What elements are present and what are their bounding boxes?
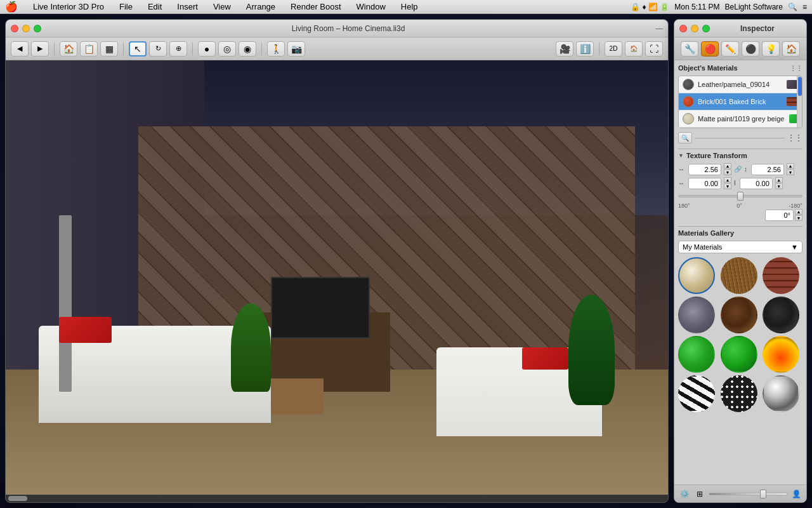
settings-icon-button[interactable]: ⚙️ xyxy=(678,488,691,500)
inspector-title: Inspector xyxy=(714,24,801,33)
menu-window[interactable]: Window xyxy=(354,2,388,11)
section-arrow-texture[interactable]: ▼ xyxy=(678,152,684,159)
offset-y-up[interactable]: ▲ xyxy=(775,177,783,183)
person-icon-button[interactable]: 👤 xyxy=(790,488,802,500)
rotation-slider-thumb[interactable] xyxy=(737,192,743,201)
nav-forward-button[interactable]: ▶ xyxy=(31,41,49,57)
material-ball-stone[interactable] xyxy=(678,297,715,333)
search-icon[interactable]: 🔍 xyxy=(788,3,797,11)
floor-plan-button[interactable]: 🏠 xyxy=(60,41,77,57)
tab-structure[interactable]: 🏠 xyxy=(782,41,800,57)
render-button[interactable]: 🎥 xyxy=(556,41,573,57)
rotation-down[interactable]: ▼ xyxy=(795,215,802,221)
tab-light[interactable]: 💡 xyxy=(762,41,780,57)
view-full-button[interactable]: ⛶ xyxy=(645,41,663,57)
scale-y-down[interactable]: ▼ xyxy=(787,170,794,175)
view-content[interactable] xyxy=(6,60,668,502)
camera-button[interactable]: 📷 xyxy=(287,41,305,57)
window-control-icon[interactable]: — xyxy=(655,24,663,33)
material-ball-brick[interactable] xyxy=(763,257,799,294)
offset-y-stepper[interactable]: ▲ ▼ xyxy=(775,177,783,189)
tab-object[interactable]: 🔧 xyxy=(681,41,698,57)
material-ball-wood1[interactable] xyxy=(721,257,757,294)
offset-y-down[interactable]: ▼ xyxy=(775,184,783,189)
material-ball-spots[interactable] xyxy=(721,375,757,412)
offset-x-input[interactable] xyxy=(688,178,721,189)
hamburger-icon[interactable]: ≡ xyxy=(802,3,807,11)
rotation-slider-container[interactable] xyxy=(678,191,802,201)
red-pillow-1 xyxy=(59,317,112,344)
move-tool-button[interactable]: ⊕ xyxy=(169,41,187,57)
materials-scrollbar[interactable] xyxy=(797,76,802,128)
maximize-button[interactable] xyxy=(34,25,41,32)
view-3d-button[interactable]: 🏠 xyxy=(625,41,643,57)
walk-through-button[interactable]: 🚶 xyxy=(267,41,285,57)
material-ball-cream[interactable] xyxy=(678,257,715,294)
material-ball-fire[interactable] xyxy=(763,336,799,373)
offset-x-up[interactable]: ▲ xyxy=(724,177,731,183)
size-slider-thumb[interactable] xyxy=(760,490,766,498)
scale-x-up[interactable]: ▲ xyxy=(724,163,731,169)
scale-y-stepper[interactable]: ▲ ▼ xyxy=(787,163,794,175)
menu-arrange[interactable]: Arrange xyxy=(244,2,278,11)
menu-view[interactable]: View xyxy=(211,2,233,11)
inspector-maximize-button[interactable] xyxy=(702,25,710,32)
horizontal-scrollbar[interactable] xyxy=(6,495,668,502)
material-ball-dark[interactable] xyxy=(763,297,799,333)
view-2d-button[interactable]: 2D xyxy=(605,41,622,57)
material-ball-zebra[interactable] xyxy=(678,375,715,412)
offset-x-down[interactable]: ▼ xyxy=(724,184,731,189)
scale-x-input[interactable] xyxy=(688,164,721,175)
scale-x-down[interactable]: ▼ xyxy=(724,170,731,175)
material-ball-green2[interactable] xyxy=(721,336,757,373)
tab-material-color[interactable]: 🔴 xyxy=(701,41,719,57)
material-ball-chrome[interactable] xyxy=(763,375,799,412)
scale-y-up[interactable]: ▲ xyxy=(787,163,794,169)
list-view-button[interactable]: 📋 xyxy=(80,41,98,57)
close-button[interactable] xyxy=(11,25,18,32)
tab-material[interactable]: ⚫ xyxy=(742,41,759,57)
eyedropper-button[interactable]: 🔍 xyxy=(678,132,692,144)
rotation-stepper[interactable]: ▲ ▼ xyxy=(795,209,802,221)
add-material-button[interactable]: ⊞ xyxy=(693,488,706,500)
select-tool-button[interactable]: ↖ xyxy=(129,41,147,57)
material-item-matte[interactable]: Matte paint/1019 grey beige xyxy=(679,110,802,128)
menu-help[interactable]: Help xyxy=(398,2,421,11)
material-ball-wood2[interactable] xyxy=(721,297,757,333)
area-light-button[interactable]: ◉ xyxy=(239,41,256,57)
rotation-input[interactable] xyxy=(765,210,794,221)
menu-file[interactable]: File xyxy=(117,2,135,11)
section-options-icon[interactable]: ⋮⋮ xyxy=(790,65,802,72)
texture-transform-section: ▼ Texture Transform ↔ ▲ ▼ 🔗 ↕ ▲ xyxy=(678,152,802,221)
apple-icon[interactable]: 🍎 xyxy=(5,1,18,13)
info-button[interactable]: ℹ️ xyxy=(576,41,594,57)
menu-app-name[interactable]: Live Interior 3D Pro xyxy=(30,2,107,11)
material-ball-green1[interactable] xyxy=(678,336,715,373)
scale-x-stepper[interactable]: ▲ ▼ xyxy=(724,163,731,175)
menu-edit[interactable]: Edit xyxy=(145,2,164,11)
gallery-dropdown[interactable]: My Materials ▼ xyxy=(678,241,802,253)
inspector-close-button[interactable] xyxy=(679,25,687,32)
inspector-minimize-button[interactable] xyxy=(691,25,698,32)
minimize-button[interactable] xyxy=(22,25,30,32)
rotation-up[interactable]: ▲ xyxy=(795,209,802,215)
options-dots-icon[interactable]: ⋮⋮ xyxy=(787,133,802,142)
material-item-leather[interactable]: Leather/pamela_09014 xyxy=(679,76,802,93)
grid-view-button[interactable]: ▦ xyxy=(100,41,118,57)
toolbar-sep-2 xyxy=(123,43,124,55)
scrollbar-thumb[interactable] xyxy=(8,496,27,501)
menubar-right: 🔒 ♦ 📶 🔋 Mon 5:11 PM BeLight Software 🔍 ≡ xyxy=(631,3,807,11)
menu-render-boost[interactable]: Render Boost xyxy=(288,2,344,11)
point-light-button[interactable]: ● xyxy=(198,41,216,57)
nav-back-button[interactable]: ◀ xyxy=(11,41,29,57)
material-item-brick[interactable]: Brick/001 Baked Brick xyxy=(679,93,802,110)
rotate-tool-button[interactable]: ↻ xyxy=(149,41,167,57)
scale-y-input[interactable] xyxy=(751,164,784,175)
tab-paint[interactable]: ✏️ xyxy=(721,41,739,57)
link-icon[interactable]: 🔗 xyxy=(734,166,742,173)
offset-x-stepper[interactable]: ▲ ▼ xyxy=(724,177,731,189)
size-slider[interactable] xyxy=(709,493,787,495)
spot-light-button[interactable]: ◎ xyxy=(218,41,236,57)
menu-insert[interactable]: Insert xyxy=(174,2,200,11)
offset-y-input[interactable] xyxy=(740,178,773,189)
